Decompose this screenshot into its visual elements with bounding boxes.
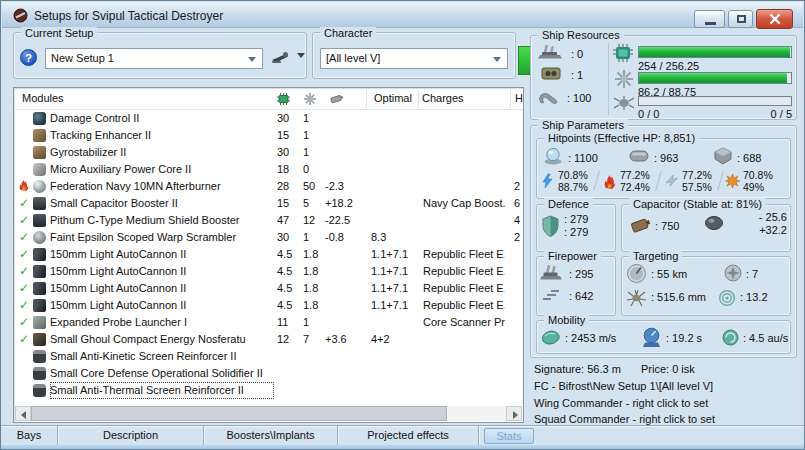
module-row[interactable]: Small Core Defense Operational Solidifie… xyxy=(14,365,523,382)
module-row[interactable]: Federation Navy 10MN Afterburner2850-2.3… xyxy=(14,178,523,195)
module-row[interactable]: Small Anti-Kinetic Screen Reinforcer II xyxy=(14,348,523,365)
module-active-check-icon[interactable]: ✓ xyxy=(17,246,31,263)
module-row[interactable]: ✓150mm Light AutoCannon II4.51.81.1+7.1R… xyxy=(14,263,523,280)
align-time-icon xyxy=(641,327,662,348)
kinetic-resist-icon xyxy=(664,173,679,189)
character-select[interactable]: [All level V] xyxy=(320,48,508,69)
cpu-bar-fill xyxy=(639,47,790,57)
fitting-tools-icon xyxy=(270,50,290,64)
column-separator xyxy=(510,90,511,108)
module-row[interactable]: ✓Expanded Probe Launcher I111Core Scanne… xyxy=(14,314,523,331)
module-row[interactable]: ✓Small Capacitor Booster II155+18.2Navy … xyxy=(14,195,523,212)
fitting-tools-button[interactable] xyxy=(270,50,305,66)
minimize-button[interactable] xyxy=(694,10,725,28)
module-active-check-icon[interactable]: ✓ xyxy=(17,212,31,229)
maximize-button[interactable] xyxy=(728,10,753,28)
close-icon xyxy=(757,10,794,30)
modules-list[interactable]: Modules Optimal Charges H Damage Control… xyxy=(13,87,524,423)
chevron-down-icon xyxy=(297,53,305,58)
module-row[interactable]: ✓Small Ghoul Compact Energy Nosferatu127… xyxy=(14,331,523,348)
module-active-check-icon[interactable]: ✓ xyxy=(17,314,31,331)
scroll-right-button[interactable] xyxy=(506,406,522,421)
module-type-icon xyxy=(33,248,46,261)
drone-bandwidth-value: 0 / 0 xyxy=(638,108,659,120)
thermal-resist-armor: 72.4% xyxy=(620,182,650,193)
module-cpu-value: 15 xyxy=(277,127,303,144)
tab-projected-effects[interactable]: Projected effects xyxy=(338,426,479,446)
module-h-value xyxy=(504,348,520,365)
module-active-check-icon[interactable]: ✓ xyxy=(17,263,31,280)
module-h-value xyxy=(504,365,520,382)
module-active-check-icon[interactable]: ✓ xyxy=(17,229,31,246)
charges-column-header[interactable]: Charges xyxy=(422,92,464,104)
kinetic-resist-shield: 77.2% xyxy=(682,170,712,181)
module-active-check-icon[interactable]: ✓ xyxy=(17,331,31,348)
firepower-label: Firepower xyxy=(544,250,601,262)
module-type-icon xyxy=(33,163,46,176)
module-opt-value xyxy=(371,365,419,382)
tab-description[interactable]: Description xyxy=(58,426,204,446)
explosive-resist-icon xyxy=(725,173,740,189)
hits-column-header[interactable]: H xyxy=(515,92,523,104)
module-h-value: 2 xyxy=(504,178,520,195)
cpu-column-icon[interactable] xyxy=(276,92,291,106)
module-active-check-icon[interactable]: ✓ xyxy=(17,280,31,297)
module-row[interactable]: ✓Faint Epsilon Scoped Warp Scrambler301-… xyxy=(14,229,523,246)
module-row[interactable]: ✓150mm Light AutoCannon II4.51.81.1+7.1R… xyxy=(14,246,523,263)
overheat-flame-icon[interactable] xyxy=(17,178,31,195)
module-opt-value xyxy=(371,161,419,178)
targeting-label: Targeting xyxy=(629,250,682,262)
close-button[interactable] xyxy=(756,9,793,29)
launcher-slots-icon xyxy=(540,65,562,81)
title-bar[interactable]: Setups for Svipul Tactical Destroyer xyxy=(2,2,803,28)
current-setup-select[interactable]: New Setup 1 xyxy=(45,48,263,69)
turret-slots-icon xyxy=(537,45,565,60)
scroll-left-button[interactable] xyxy=(15,406,31,421)
module-row[interactable]: Damage Control II301 xyxy=(14,110,523,127)
module-opt-value xyxy=(371,314,419,331)
cpu-icon xyxy=(612,43,634,63)
module-row[interactable]: Small Anti-Thermal Screen Reinforcer II xyxy=(14,382,523,399)
capacitor-recharge-value: +32.2 xyxy=(727,224,787,236)
wing-commander-line[interactable]: Wing Commander - right click to set xyxy=(534,397,708,409)
module-pg-value xyxy=(303,382,325,399)
module-row[interactable]: ✓150mm Light AutoCannon II4.51.81.1+7.1R… xyxy=(14,297,523,314)
squad-commander-line[interactable]: Squad Commander - right click to set xyxy=(534,413,715,425)
module-row[interactable]: Micro Auxiliary Power Core II180 xyxy=(14,161,523,178)
module-cap-value xyxy=(325,263,369,280)
module-cap-value xyxy=(325,280,369,297)
module-rows: Damage Control II301Tracking Enhancer II… xyxy=(14,110,523,403)
capacitor-drain-value: - 25.6 xyxy=(727,211,787,223)
fc-line[interactable]: FC - Bifrost\New Setup 1\[All level V] xyxy=(534,380,713,392)
module-row[interactable]: ✓Pithum C-Type Medium Shield Booster4712… xyxy=(14,212,523,229)
module-active-check-icon[interactable]: ✓ xyxy=(17,297,31,314)
module-row[interactable]: Tracking Enhancer II151 xyxy=(14,127,523,144)
chevron-down-icon xyxy=(493,57,501,62)
module-active-check-icon[interactable]: ✓ xyxy=(17,195,31,212)
module-pg-value: 12 xyxy=(303,212,325,229)
module-opt-value xyxy=(371,212,419,229)
horizontal-scrollbar[interactable] xyxy=(15,406,522,421)
module-name: 150mm Light AutoCannon II xyxy=(50,280,274,297)
modules-header: Modules Optimal Charges H xyxy=(14,88,523,110)
tab-stats[interactable]: Stats xyxy=(484,428,534,444)
capacitor-column-icon[interactable] xyxy=(329,92,344,106)
module-row[interactable]: ✓150mm Light AutoCannon II4.51.81.1+7.1R… xyxy=(14,280,523,297)
tab-bays[interactable]: Bays xyxy=(1,426,58,446)
current-setup-label: Current Setup xyxy=(21,27,97,39)
window-title: Setups for Svipul Tactical Destroyer xyxy=(34,9,223,23)
module-pg-value xyxy=(303,348,325,365)
module-name: Small Anti-Kinetic Screen Reinforcer II xyxy=(50,348,274,365)
module-h-value xyxy=(504,297,520,314)
sensor-strength-value: : 13.2 xyxy=(740,291,768,303)
powergrid-column-icon[interactable] xyxy=(303,92,317,106)
tab-boosters-implants[interactable]: Boosters\Implants xyxy=(204,426,338,446)
optimal-column-header[interactable]: Optimal xyxy=(374,92,412,104)
help-button[interactable]: ? xyxy=(20,49,37,66)
module-cpu-value: 15 xyxy=(277,195,303,212)
module-row[interactable]: Gyrostabilizer II301 xyxy=(14,144,523,161)
module-chg-value xyxy=(423,212,505,229)
module-name: Federation Navy 10MN Afterburner xyxy=(50,178,274,195)
module-h-value: 4 xyxy=(504,212,520,229)
scrollbar-thumb[interactable] xyxy=(31,406,447,421)
